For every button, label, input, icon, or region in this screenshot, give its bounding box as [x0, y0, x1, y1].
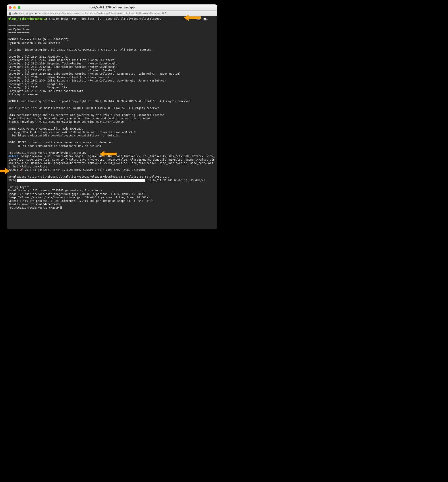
copyright-line: Copyright (c) 2012-2014 Deepmind Technol… [8, 62, 119, 65]
note-line: See https://docs.nvidia.com/deploy/cuda-… [8, 134, 120, 137]
image-result: image 2/2 /usr/src/app/data/images/zidan… [8, 196, 150, 199]
speed-line: Speed: 0.4ms pre-process, 7.1ms inferenc… [8, 199, 153, 202]
fusing-line: Fusing layers... [8, 186, 34, 189]
progress-pct: 100% [8, 179, 15, 182]
dlprof-line: NVIDIA Deep Learning Profiler (dlprof) C… [8, 100, 192, 103]
copyright-line: Container image Copyright (c) 2021, NVID… [8, 48, 153, 51]
browser-window: root@c682127f8ceb: /usr/src/app ssh.clou… [7, 4, 217, 229]
copyright-line: Copyright (c) 2014-2021 Facebook Inc. [8, 55, 69, 58]
copyright-line: Copyright (c) 2013-2016 The Caffe contri… [8, 89, 83, 93]
license-line: https://developer.nvidia.com/ngc/nvidia-… [8, 120, 124, 123]
minimize-icon[interactable] [13, 6, 16, 9]
titlebar: root@c682127f8ceb: /usr/src/app [7, 4, 217, 11]
container-prompt: root@c682127f8ceb:/usr/src/app# [8, 206, 60, 209]
nvidia-release: NVIDIA Release 21.10 (build 28019337) [8, 38, 69, 41]
progress-bar [17, 179, 145, 182]
copyright-line: Copyright (c) 2006-2010 NEC Laboratories… [8, 72, 181, 75]
detect-label: detect: [8, 155, 20, 158]
copyright-line: Copyright (c) 2011-2014 Idiap Research I… [8, 58, 116, 62]
note-line: NOTE: CUDA Forward Compatibility mode EN… [8, 127, 83, 130]
copyright-line: Copyright (c) 2011-2012 NEC Laboratories… [8, 65, 119, 68]
copyright-line: Copyright (c) 2006 Idiap Research Instit… [8, 76, 109, 79]
pytorch-version: PyTorch Version 1.10.0a0+0aef44c [8, 41, 60, 45]
download-line: Downloading https://github.com/ultralyti… [8, 175, 171, 178]
url-path: /projects/ultralytics/zones/us-west1-b/i… [39, 12, 168, 15]
close-icon[interactable] [9, 6, 12, 9]
copyright-line: Copyright (c) 2015 Google Inc. [8, 83, 65, 86]
note-line: Multi-node communication performance may… [8, 145, 103, 147]
results-path: runs/detect/exp [36, 203, 60, 206]
prompt-user-host: glenn_jocher@instance-1 [8, 17, 46, 20]
image-result: image 1/2 /usr/src/app/data/images/bus.j… [8, 193, 145, 196]
cursor [60, 206, 62, 209]
window-controls [9, 6, 20, 9]
annotation-arrow [0, 168, 10, 174]
banner-line: == PyTorch == [8, 28, 30, 31]
copyright-line: Copyright (c) 2011-2013 NYU (Clement Far… [8, 69, 116, 72]
yolo-version-line: YOLOv5 🚀 v6.0-85-gd5b21b1 torch 1.10.0+c… [8, 168, 147, 171]
annotation-arrow [184, 15, 201, 21]
note-line: NOTE: MOFED driver for multi-node commun… [8, 141, 114, 144]
model-summary: Model Summary: 213 layers, 7225885 param… [8, 189, 103, 192]
gear-icon [203, 17, 207, 21]
copyright-line: All rights reserved. [8, 93, 41, 96]
annotation-arrow [100, 151, 117, 157]
various-line: Various files include modifications (c) … [8, 106, 161, 110]
copyright-line: Copyright (c) 2001-2004 Idiap Research I… [8, 79, 166, 82]
copyright-line: Copyright (c) 2015 Yangqing Jia [8, 86, 67, 89]
license-line: This container image and its contents ar… [8, 113, 166, 117]
url-host: ssh.cloud.google.com [12, 12, 39, 15]
banner-line: ============= [8, 31, 30, 34]
python-detect-command: python detect.py [60, 151, 86, 154]
note-line: Using CUDA 11.4 driver version 470.57.02… [8, 131, 138, 134]
window-title: root@c682127f8ceb: /usr/src/app [7, 6, 217, 9]
container-prompt: root@c682127f8ceb:/usr/src/app# [8, 151, 60, 154]
settings-menu[interactable] [203, 17, 208, 21]
progress-tail: 14.0M/14.0M [00:00<00:00, 83.4MB/s] [147, 179, 205, 182]
banner-line: ============= [8, 24, 30, 27]
results-saved: Results saved to [8, 203, 36, 206]
fullscreen-icon[interactable] [18, 6, 20, 9]
license-line: By pulling and using the container, you … [8, 117, 151, 120]
terminal[interactable]: glenn_jocher@instance-1:~$ sudo docker r… [7, 16, 217, 229]
lock-icon [9, 12, 11, 15]
docker-run-command: sudo docker run --ipc=host -it --gpus al… [51, 17, 161, 20]
